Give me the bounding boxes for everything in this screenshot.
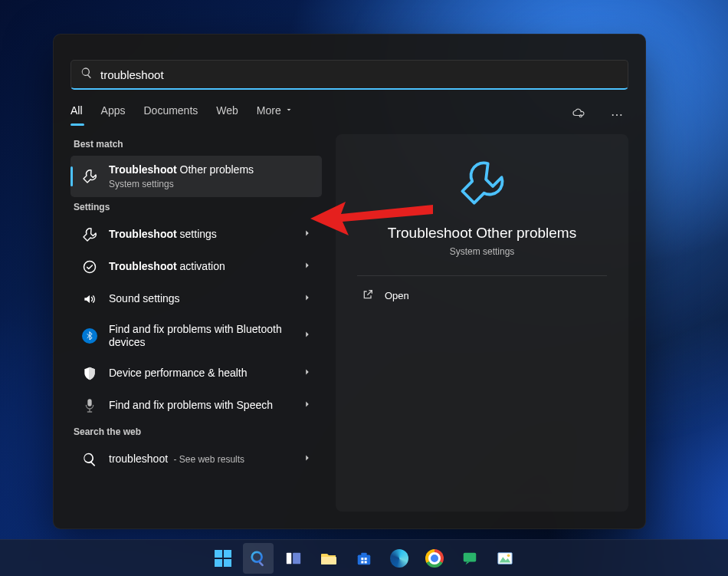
- taskbar-chrome[interactable]: [419, 543, 450, 574]
- taskbar-edge[interactable]: [384, 543, 415, 574]
- svg-rect-11: [365, 558, 367, 560]
- start-button[interactable]: [208, 543, 238, 574]
- chevron-right-icon: [302, 329, 313, 343]
- checkmark-circle-icon: [81, 258, 98, 275]
- wrench-icon: [457, 159, 507, 211]
- result-troubleshoot-settings[interactable]: Troubleshoot settings: [71, 219, 322, 251]
- result-title: Troubleshoot activation: [109, 260, 291, 274]
- result-title: Troubleshoot settings: [109, 228, 291, 242]
- svg-rect-13: [365, 561, 367, 563]
- svg-rect-10: [361, 558, 363, 560]
- search-icon: [80, 67, 93, 82]
- open-action[interactable]: Open: [357, 281, 607, 311]
- svg-rect-2: [87, 399, 91, 406]
- section-settings: Settings: [74, 202, 322, 212]
- chevron-right-icon: [302, 292, 313, 306]
- chevron-right-icon: [302, 367, 313, 380]
- divider: [357, 275, 607, 276]
- wrench-icon: [81, 226, 98, 243]
- svg-rect-8: [358, 555, 371, 564]
- result-title: troubleshoot - See web results: [109, 453, 291, 466]
- svg-rect-4: [258, 561, 264, 566]
- result-title: Troubleshoot Other problems: [109, 163, 313, 177]
- result-troubleshoot-activation[interactable]: Troubleshoot activation: [71, 251, 322, 283]
- chevron-right-icon: [302, 228, 313, 242]
- microphone-icon: [81, 397, 98, 414]
- section-search-web: Search the web: [74, 426, 322, 437]
- result-preview-pane: Troubleshoot Other problems System setti…: [336, 134, 628, 512]
- svg-point-1: [84, 261, 96, 272]
- svg-point-0: [579, 115, 582, 117]
- more-options-button[interactable]: ⋯: [607, 104, 628, 125]
- taskbar-search[interactable]: [243, 543, 274, 574]
- tab-all[interactable]: All: [71, 104, 83, 124]
- chevron-right-icon: [302, 260, 313, 274]
- result-subtitle: System settings: [109, 179, 313, 189]
- taskbar-microsoft-store[interactable]: [349, 543, 379, 574]
- chevron-right-icon: [302, 399, 313, 413]
- open-icon: [362, 288, 374, 303]
- svg-rect-9: [361, 552, 366, 555]
- results-list: Best match Troubleshoot Other problems S…: [71, 134, 322, 512]
- tab-more-label: More: [257, 104, 281, 117]
- tab-documents[interactable]: Documents: [143, 104, 198, 124]
- search-icon: [81, 451, 98, 468]
- search-input[interactable]: [100, 68, 618, 81]
- preview-title: Troubleshoot Other problems: [388, 225, 576, 242]
- tab-more[interactable]: More: [257, 104, 293, 124]
- svg-point-17: [507, 554, 510, 557]
- result-title: Device performance & health: [109, 367, 291, 380]
- result-best-match[interactable]: Troubleshoot Other problems System setti…: [71, 156, 322, 197]
- result-title: Find and fix problems with Bluetooth dev…: [109, 323, 291, 350]
- result-title: Sound settings: [109, 292, 291, 306]
- chevron-down-icon: [284, 104, 293, 117]
- svg-rect-5: [287, 552, 291, 564]
- taskbar: [0, 539, 728, 576]
- svg-rect-6: [293, 552, 300, 564]
- svg-rect-12: [361, 561, 363, 563]
- search-box[interactable]: [71, 60, 628, 90]
- tab-web[interactable]: Web: [216, 104, 238, 124]
- taskbar-task-view[interactable]: [278, 543, 309, 574]
- result-speech-fix[interactable]: Find and fix problems with Speech: [71, 390, 322, 422]
- result-sound-settings[interactable]: Sound settings: [71, 283, 322, 315]
- sound-icon: [81, 291, 98, 308]
- shield-icon: [81, 365, 98, 382]
- result-device-health[interactable]: Device performance & health: [71, 357, 322, 390]
- wrench-icon: [81, 168, 98, 185]
- svg-rect-7: [321, 557, 336, 564]
- preview-subtitle: System settings: [450, 246, 515, 257]
- result-bluetooth-fix[interactable]: Find and fix problems with Bluetooth dev…: [71, 315, 322, 357]
- result-title: Find and fix problems with Speech: [109, 399, 291, 413]
- search-cloud-icon[interactable]: [567, 104, 589, 125]
- search-filters-row: All Apps Documents Web More ⋯: [54, 90, 645, 125]
- section-best-match: Best match: [74, 139, 322, 150]
- bluetooth-icon: [81, 327, 98, 344]
- svg-rect-14: [464, 552, 477, 561]
- tab-apps[interactable]: Apps: [101, 104, 126, 124]
- taskbar-file-explorer[interactable]: [313, 543, 344, 574]
- result-web-search[interactable]: troubleshoot - See web results: [71, 443, 322, 476]
- start-search-panel: All Apps Documents Web More ⋯ Best match: [53, 34, 646, 529]
- chevron-right-icon: [302, 453, 313, 466]
- taskbar-photos[interactable]: [490, 543, 520, 574]
- svg-point-3: [252, 551, 262, 561]
- open-label: Open: [385, 290, 409, 301]
- taskbar-chat[interactable]: [454, 543, 485, 574]
